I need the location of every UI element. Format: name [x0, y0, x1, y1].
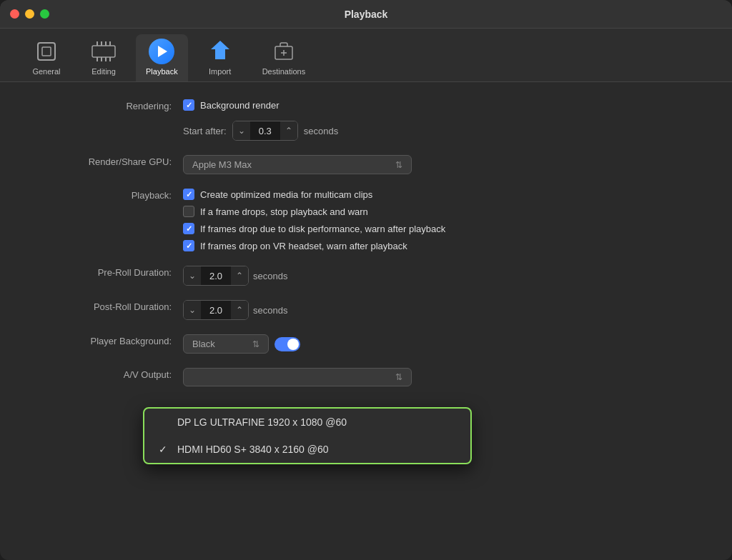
postroll-up-btn[interactable]: ⌃ [231, 300, 248, 320]
general-icon [34, 39, 59, 64]
playback-option-label-1: If a frame drops, stop playback and warn [200, 206, 368, 217]
av-output-label: A/V Output: [43, 368, 172, 380]
player-bg-row: Player Background: Black ⇅ [43, 334, 689, 354]
maximize-button[interactable] [40, 9, 49, 19]
playback-checkbox-3[interactable] [183, 240, 194, 251]
preroll-label: Pre-Roll Duration: [43, 266, 172, 278]
playback-option-2: If frames drop due to disk performance, … [183, 223, 689, 234]
av-output-arrow-icon: ⇅ [395, 372, 402, 382]
playback-checkbox-0[interactable] [183, 189, 194, 200]
gpu-label: Render/Share GPU: [43, 155, 172, 167]
content-area: Rendering: Background render Start after… [0, 82, 732, 469]
player-bg-toggle[interactable] [274, 337, 300, 351]
player-bg-label: Player Background: [43, 334, 172, 346]
title-bar: Playback [0, 0, 732, 29]
gpu-arrow-icon: ⇅ [395, 160, 402, 170]
playback-option-label-3: If frames drop on VR headset, warn after… [200, 241, 407, 251]
playback-icon [149, 39, 174, 64]
postroll-seconds: seconds [253, 305, 287, 316]
background-render-checkbox[interactable] [183, 99, 194, 111]
player-bg-arrow-icon: ⇅ [252, 339, 259, 349]
start-after-stepper[interactable]: ⌄ 0.3 ⌃ [232, 121, 298, 141]
preroll-seconds: seconds [253, 271, 287, 281]
tab-import[interactable]: Import [195, 34, 245, 81]
start-after-row: Start after: ⌄ 0.3 ⌃ seconds [183, 121, 689, 141]
postroll-stepper[interactable]: ⌄ 2.0 ⌃ [183, 300, 249, 320]
playback-option-label-2: If frames drop due to disk performance, … [200, 224, 445, 234]
close-button[interactable] [10, 9, 19, 19]
player-bg-content: Black ⇅ [183, 334, 300, 354]
player-bg-select[interactable]: Black ⇅ [183, 334, 269, 354]
svg-rect-0 [38, 43, 55, 60]
destinations-icon [271, 39, 297, 64]
tab-playback[interactable]: Playback [136, 34, 188, 81]
toolbar: General Editing [0, 29, 732, 82]
player-bg-value: Black [192, 339, 215, 349]
dropdown-item-0-label: DP LG ULTRAFINE 1920 x 1080 @60 [177, 416, 347, 428]
gpu-select[interactable]: Apple M3 Max ⇅ [183, 155, 412, 174]
tab-destinations-label: Destinations [262, 67, 306, 76]
postroll-value: 2.0 [201, 305, 231, 316]
editing-icon [91, 39, 117, 64]
rendering-row: Rendering: Background render Start after… [43, 99, 689, 141]
preroll-content: ⌄ 2.0 ⌃ seconds [183, 266, 288, 286]
postroll-content: ⌄ 2.0 ⌃ seconds [183, 300, 288, 320]
dropdown-item-1[interactable]: ✓ HDMI HD60 S+ 3840 x 2160 @60 [144, 436, 470, 463]
playback-option-label-0: Create optimized media for multicam clip… [200, 189, 372, 200]
background-render-label: Background render [200, 100, 280, 111]
preroll-stepper[interactable]: ⌄ 2.0 ⌃ [183, 266, 249, 286]
dropdown-item-0-check [159, 416, 170, 428]
window: Playback General [0, 0, 732, 560]
tab-editing[interactable]: Editing [79, 34, 129, 81]
playback-checkbox-2[interactable] [183, 223, 194, 234]
tab-editing-label: Editing [92, 67, 116, 76]
preroll-value: 2.0 [201, 271, 231, 281]
playback-checkbox-1[interactable] [183, 206, 194, 217]
background-render-row: Background render [183, 99, 689, 111]
tab-playback-label: Playback [146, 67, 178, 76]
dropdown-item-1-check: ✓ [159, 444, 170, 455]
stepper-down-btn[interactable]: ⌄ [233, 121, 250, 141]
preroll-down-btn[interactable]: ⌄ [184, 266, 201, 286]
window-title: Playback [345, 9, 388, 20]
tab-destinations[interactable]: Destinations [252, 34, 316, 81]
preroll-row: Pre-Roll Duration: ⌄ 2.0 ⌃ seconds [43, 266, 689, 286]
start-after-value: 0.3 [250, 126, 280, 136]
gpu-row: Render/Share GPU: Apple M3 Max ⇅ [43, 155, 689, 174]
rendering-label: Rendering: [43, 99, 172, 111]
playback-label: Playback: [43, 189, 172, 201]
rendering-content: Background render Start after: ⌄ 0.3 ⌃ s… [183, 99, 689, 141]
start-after-label: Start after: [183, 126, 227, 136]
postroll-row: Post-Roll Duration: ⌄ 2.0 ⌃ seconds [43, 300, 689, 320]
stepper-up-btn[interactable]: ⌃ [280, 121, 297, 141]
svg-rect-2 [92, 46, 115, 57]
dropdown-item-0[interactable]: DP LG ULTRAFINE 1920 x 1080 @60 [144, 409, 470, 436]
av-output-row: A/V Output: ⇅ [43, 368, 689, 386]
preroll-up-btn[interactable]: ⌃ [231, 266, 248, 286]
av-output-select[interactable]: ⇅ [183, 368, 412, 386]
start-after-seconds: seconds [304, 126, 338, 136]
playback-option-0: Create optimized media for multicam clip… [183, 189, 689, 200]
window-controls [10, 9, 49, 19]
tab-general-label: General [32, 67, 60, 76]
minimize-button[interactable] [25, 9, 34, 19]
playback-options-row: Playback: Create optimized media for mul… [43, 189, 689, 251]
playback-option-3: If frames drop on VR headset, warn after… [183, 240, 689, 251]
tab-import-label: Import [209, 67, 231, 76]
av-output-dropdown: DP LG ULTRAFINE 1920 x 1080 @60 ✓ HDMI H… [143, 407, 472, 464]
playback-options-content: Create optimized media for multicam clip… [183, 189, 689, 251]
tab-general[interactable]: General [21, 34, 71, 81]
svg-marker-11 [211, 41, 229, 59]
svg-rect-1 [42, 47, 51, 56]
postroll-label: Post-Roll Duration: [43, 300, 172, 312]
dropdown-item-1-label: HDMI HD60 S+ 3840 x 2160 @60 [177, 444, 329, 455]
playback-option-1: If a frame drops, stop playback and warn [183, 206, 689, 217]
gpu-value: Apple M3 Max [192, 159, 252, 170]
import-icon [207, 39, 233, 64]
postroll-down-btn[interactable]: ⌄ [184, 300, 201, 320]
